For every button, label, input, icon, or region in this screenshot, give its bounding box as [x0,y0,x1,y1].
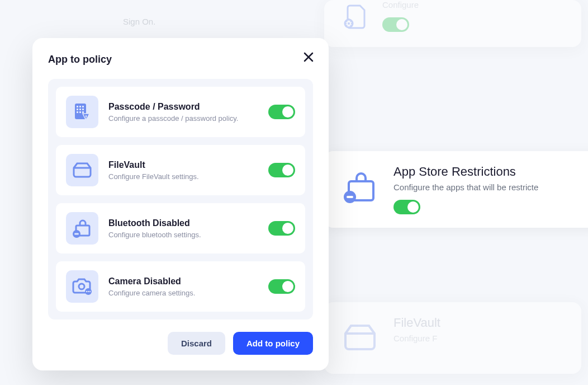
svg-point-22 [86,291,87,292]
policy-desc: Configure bluetooth settings. [108,231,258,239]
modal-footer: Discard Add to policy [48,332,313,355]
background-text: Sign On. [123,17,155,26]
svg-point-20 [79,284,84,289]
bg-card-filevault-desc: Configure F [393,334,568,343]
policy-desc: Configure a passcode / password policy. [108,114,258,123]
policy-name: Bluetooth Disabled [108,218,258,228]
svg-rect-9 [77,109,78,110]
drive-icon [338,316,382,360]
bg-card-appstore-desc: Configure the apps that will be restrict… [393,182,588,192]
policy-name: Passcode / Password [108,102,258,112]
svg-rect-14 [82,111,84,113]
bg-card-appstore: App Store Restrictions Configure the app… [324,151,588,228]
policy-toggle-bluetooth[interactable] [268,221,295,236]
svg-point-24 [89,291,91,292]
policy-list: Passcode / Password Configure a passcode… [48,79,313,320]
svg-rect-15 [86,115,87,118]
svg-rect-3 [347,196,353,198]
bag-minus-icon [338,165,382,209]
bg-card-appstore-toggle[interactable] [393,200,420,214]
drive-icon [66,154,98,186]
discard-button[interactable]: Discard [168,332,225,355]
passcode-icon [66,96,98,128]
svg-rect-11 [82,109,84,110]
add-to-policy-modal: App to policy [32,38,329,370]
svg-rect-12 [77,111,78,113]
policy-item-filevault: FileVault Configure FileVault settings. [56,145,305,195]
modal-title: App to policy [48,54,313,65]
svg-rect-8 [82,106,84,107]
bg-card-system-desc: Configure [382,0,568,10]
policy-toggle-passcode[interactable] [268,105,295,119]
policy-name: FileVault [108,160,258,170]
gear-file-icon [338,0,371,34]
svg-rect-6 [77,106,78,107]
policy-item-passcode: Passcode / Password Configure a passcode… [56,87,305,137]
svg-point-23 [88,291,89,292]
bag-minus-icon [66,212,98,245]
add-to-policy-button[interactable]: Add to policy [233,332,313,355]
svg-rect-19 [74,233,79,235]
policy-name: Camera Disabled [108,276,258,287]
svg-point-1 [348,22,350,25]
svg-rect-13 [79,111,81,113]
bg-card-appstore-title: App Store Restrictions [393,165,588,179]
policy-desc: Configure camera settings. [108,289,258,297]
policy-desc: Configure FileVault settings. [108,172,258,181]
policy-item-bluetooth: Bluetooth Disabled Configure bluetooth s… [56,203,305,253]
bg-card-system-toggle[interactable] [382,17,409,32]
close-button[interactable] [301,49,316,65]
policy-item-camera: Camera Disabled Configure camera setting… [56,261,305,312]
svg-point-16 [86,118,87,119]
camera-icon [66,270,98,303]
bg-card-system: Configure [324,0,581,47]
policy-toggle-filevault[interactable] [268,163,295,177]
bg-card-filevault-title: FileVault [393,316,568,330]
policy-toggle-camera[interactable] [268,279,295,294]
bg-card-filevault: FileVault Configure F [324,302,581,374]
svg-rect-7 [79,106,81,107]
close-icon [303,51,314,63]
svg-rect-10 [79,109,81,110]
